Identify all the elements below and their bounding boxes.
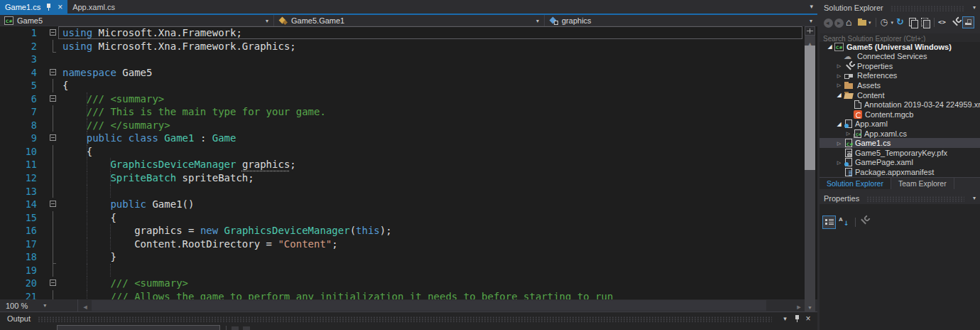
code-line-7[interactable]: 7 /// This is the main type for your gam…	[0, 105, 817, 119]
show-all-files-icon[interactable]	[920, 17, 930, 28]
tree-item-game5-temporarykey-pfx[interactable]: Game5_TemporaryKey.pfx	[820, 148, 980, 158]
code-line-6[interactable]: 6 /// <summary>	[0, 92, 817, 106]
pin-icon[interactable]	[45, 3, 53, 11]
code-line-21[interactable]: 21 /// Allows the game to perform any in…	[0, 290, 817, 299]
tree-item-assets[interactable]: ▷Assets	[820, 80, 980, 90]
code-line-13[interactable]: 13	[0, 185, 817, 198]
alphabetical-sort-icon[interactable]	[837, 215, 851, 229]
fold-collapse-icon[interactable]	[43, 198, 58, 211]
output-toolbar-icon[interactable]	[243, 326, 250, 330]
expander-closed-icon[interactable]: ▷	[834, 80, 844, 90]
view-code-icon[interactable]	[938, 17, 949, 28]
vertical-scrollbar[interactable]	[805, 26, 815, 299]
pin-icon[interactable]	[793, 314, 802, 323]
pending-changes-filter-icon[interactable]	[880, 17, 891, 28]
expander-open-icon[interactable]: ◢	[834, 119, 844, 129]
tree-item-game1-cs[interactable]: ▷Game1.cs	[820, 138, 980, 148]
refresh-icon[interactable]	[895, 17, 906, 28]
back-icon[interactable]	[824, 18, 833, 28]
chevron-down-icon[interactable]: ▾	[869, 20, 871, 26]
tree-item-gamepage-xaml[interactable]: ▷GamePage.xaml	[820, 158, 980, 168]
expander-open-icon[interactable]: ◢	[834, 90, 844, 100]
solution-explorer-title-bar[interactable]: Solution Explorer ▾	[820, 1, 980, 14]
vertical-scrollbar-thumb[interactable]	[805, 46, 815, 170]
scroll-down-arrow-icon[interactable]	[805, 299, 815, 312]
output-title-bar[interactable]: Output ▾ ×	[0, 312, 817, 324]
properties-title-bar[interactable]: Properties ▾	[820, 192, 980, 204]
tab-solution-explorer[interactable]: Solution Explorer	[820, 178, 891, 189]
categorized-icon[interactable]	[822, 215, 836, 229]
code-line-4[interactable]: 4namespace Game5	[0, 66, 817, 80]
code-line-18[interactable]: 18 }	[0, 250, 817, 264]
output-source-combobox[interactable]	[57, 325, 220, 330]
editor-split-handle-icon[interactable]	[805, 26, 815, 36]
code-line-14[interactable]: 14 public Game1()	[0, 198, 817, 211]
fold-collapse-icon[interactable]	[43, 277, 58, 290]
tree-item-package-appxmanifest[interactable]: Package.appxmanifest	[820, 167, 980, 177]
tab-game1-cs[interactable]: Game1.cs ×	[0, 0, 67, 14]
fold-collapse-icon[interactable]	[43, 92, 58, 106]
code-line-16[interactable]: 16 graphics = new GraphicsDeviceManager(…	[0, 224, 817, 238]
code-line-5[interactable]: 5{	[0, 79, 817, 92]
scroll-up-arrow-icon[interactable]	[805, 36, 815, 45]
switch-views-icon[interactable]	[857, 18, 868, 28]
code-line-11[interactable]: 11 GraphicsDeviceManager graphics;	[0, 158, 817, 171]
home-icon[interactable]	[845, 17, 856, 28]
file-icon	[854, 100, 861, 109]
close-icon[interactable]: ×	[58, 4, 62, 11]
code-line-1[interactable]: 1using Microsoft.Xna.Framework;	[0, 26, 817, 40]
code-editor[interactable]: 1using Microsoft.Xna.Framework;2using Mi…	[0, 26, 817, 299]
window-position-chevron-icon[interactable]: ▾	[973, 4, 976, 11]
tree-item-connected-services[interactable]: Connected Services	[820, 52, 980, 62]
fold-collapse-icon[interactable]	[43, 66, 58, 80]
member-dropdown[interactable]: graphics ▾	[545, 15, 817, 26]
scroll-left-arrow-icon[interactable]	[80, 299, 90, 312]
code-line-8[interactable]: 8 /// </summary>	[0, 119, 817, 132]
scroll-right-arrow-icon[interactable]	[794, 299, 804, 312]
nest-related-files-icon[interactable]	[908, 17, 918, 28]
properties-icon[interactable]	[950, 17, 961, 28]
forward-icon[interactable]	[834, 18, 844, 28]
tree-item-label: App.xaml	[855, 119, 888, 128]
tree-item-app-xaml-cs[interactable]: ▷App.xaml.cs	[820, 129, 980, 139]
tree-item-annotation-2019-03-24-224959-xnb[interactable]: Annotation 2019-03-24 224959.xnb	[820, 100, 980, 110]
editor-zoom-control[interactable]: 100 % ▾	[0, 299, 78, 312]
code-line-3[interactable]: 3	[0, 53, 817, 66]
code-line-20[interactable]: 20 /// <summary>	[0, 277, 817, 290]
tab-overflow-chevron-icon[interactable]: ▾	[810, 3, 813, 10]
code-line-12[interactable]: 12 SpriteBatch spriteBatch;	[0, 171, 817, 185]
code-line-9[interactable]: 9 public class Game1 : Game	[0, 132, 817, 145]
window-position-chevron-icon[interactable]: ▾	[780, 315, 790, 322]
tree-item-properties[interactable]: ▷Properties	[820, 61, 980, 71]
output-toolbar-icon[interactable]	[232, 326, 239, 330]
tree-item-references[interactable]: ▷References	[820, 71, 980, 81]
type-dropdown[interactable]: Game5.Game1 ▾	[274, 15, 545, 26]
tree-item-game5-universal-windows[interactable]: ◢Game5 (Universal Windows)	[820, 42, 980, 52]
fold-collapse-icon[interactable]	[43, 26, 58, 40]
expander-closed-icon[interactable]: ▷	[834, 61, 844, 70]
tree-item-content[interactable]: ◢Content	[820, 90, 980, 100]
expander-open-icon[interactable]: ◢	[825, 42, 834, 51]
code-line-10[interactable]: 10 {	[0, 145, 817, 159]
code-line-17[interactable]: 17 Content.RootDirectory = "Content";	[0, 238, 817, 251]
project-dropdown[interactable]: Game5 ▾	[0, 15, 274, 26]
chevron-down-icon[interactable]: ▾	[891, 20, 894, 26]
close-icon[interactable]: ×	[803, 314, 813, 323]
preview-selected-items-icon[interactable]	[962, 16, 974, 28]
tab-app-xaml-cs[interactable]: App.xaml.cs	[67, 0, 120, 14]
tree-item-content-mgcb[interactable]: Content.mgcb	[820, 110, 980, 119]
code-line-19[interactable]: 19	[0, 264, 817, 277]
tab-team-explorer[interactable]: Team Explorer	[891, 178, 954, 189]
fold-collapse-icon[interactable]	[43, 132, 58, 145]
expander-closed-icon[interactable]: ▷	[834, 139, 844, 148]
code-line-15[interactable]: 15 {	[0, 211, 817, 225]
tree-item-app-xaml[interactable]: ◢App.xaml	[820, 119, 980, 129]
window-position-chevron-icon[interactable]: ▾	[973, 195, 976, 201]
chevron-down-icon: ▾	[43, 302, 46, 309]
expander-closed-icon[interactable]: ▷	[844, 129, 853, 138]
property-pages-wrench-icon[interactable]	[859, 215, 872, 229]
code-line-2[interactable]: 2using Microsoft.Xna.Framework.Graphics;	[0, 40, 817, 53]
expander-closed-icon[interactable]: ▷	[834, 71, 844, 80]
expander-closed-icon[interactable]: ▷	[834, 158, 844, 167]
horizontal-scrollbar-thumb[interactable]	[92, 300, 766, 311]
